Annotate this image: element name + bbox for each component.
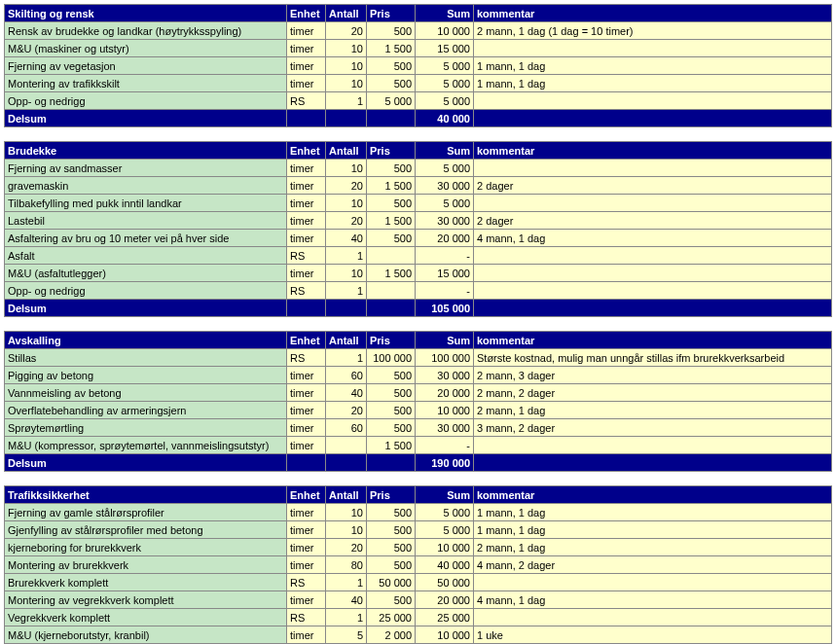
- cell-antall: 10: [326, 160, 367, 177]
- cell-antall: 10: [326, 57, 367, 75]
- delsum-empty: [367, 110, 416, 127]
- col-antall: Antall: [326, 332, 367, 349]
- col-pris: Pris: [367, 486, 416, 504]
- col-enhet: Enhet: [287, 142, 326, 160]
- cell-enhet: timer: [287, 384, 326, 402]
- table-row: Opp- og nedriggRS15 0005 000: [5, 92, 832, 110]
- cost-section-table: Skilting og renskEnhetAntallPrisSumkomme…: [4, 4, 832, 127]
- cell-enhet: timer: [287, 626, 326, 644]
- cell-kommentar: 1 mann, 1 dag: [474, 504, 832, 521]
- cell-kommentar: [474, 574, 832, 591]
- cell-enhet: RS: [287, 282, 326, 300]
- cell-pris: 1 500: [367, 437, 416, 454]
- cell-sum: 15 000: [416, 265, 474, 282]
- table-row: Gjenfylling av stålrørsprofiler med beto…: [5, 521, 832, 539]
- cell-sum: 5 000: [416, 521, 474, 539]
- cell-enhet: timer: [287, 75, 326, 92]
- cell-enhet: RS: [287, 609, 326, 626]
- col-pris: Pris: [367, 142, 416, 160]
- delsum-empty: [287, 300, 326, 317]
- cell-enhet: RS: [287, 247, 326, 265]
- delsum-value: 105 000: [416, 300, 474, 317]
- cell-pris: 500: [367, 367, 416, 384]
- cell-sum: -: [416, 282, 474, 300]
- delsum-label: Delsum: [5, 300, 287, 317]
- col-sum: Sum: [416, 5, 474, 22]
- cell-pris: [367, 282, 416, 300]
- delsum-empty: [326, 300, 367, 317]
- cell-desc: M&U (kjerneborutstyr, kranbil): [5, 626, 287, 644]
- cell-enhet: RS: [287, 349, 326, 367]
- cell-kommentar: 1 uke: [474, 626, 832, 644]
- cost-section-table: AvskallingEnhetAntallPrisSumkommentarSti…: [4, 331, 832, 472]
- section-header-row: BrudekkeEnhetAntallPrisSumkommentar: [5, 142, 832, 160]
- col-antall: Antall: [326, 486, 367, 504]
- cell-antall: 10: [326, 521, 367, 539]
- col-kommentar: kommentar: [474, 142, 832, 160]
- cell-pris: 500: [367, 75, 416, 92]
- cell-pris: 500: [367, 504, 416, 521]
- section-header-row: Skilting og renskEnhetAntallPrisSumkomme…: [5, 5, 832, 22]
- cell-pris: 500: [367, 402, 416, 419]
- cell-sum: 30 000: [416, 212, 474, 230]
- cell-desc: Sprøytemørtling: [5, 419, 287, 437]
- cell-sum: 5 000: [416, 92, 474, 110]
- cell-enhet: timer: [287, 265, 326, 282]
- table-row: Overflatebehandling av armeringsjerntime…: [5, 402, 832, 419]
- cell-pris: 500: [367, 57, 416, 75]
- cell-kommentar: 1 mann, 1 dag: [474, 57, 832, 75]
- col-enhet: Enhet: [287, 5, 326, 22]
- section-header-row: AvskallingEnhetAntallPrisSumkommentar: [5, 332, 832, 349]
- cell-pris: 500: [367, 195, 416, 212]
- cell-kommentar: [474, 609, 832, 626]
- cell-desc: Fjerning av gamle stålrørsprofiler: [5, 504, 287, 521]
- cell-antall: 60: [326, 367, 367, 384]
- cell-desc: Stillas: [5, 349, 287, 367]
- cell-desc: M&U (maskiner og utstyr): [5, 40, 287, 57]
- cell-antall: 1: [326, 282, 367, 300]
- cell-pris: 500: [367, 556, 416, 574]
- cell-enhet: timer: [287, 212, 326, 230]
- cell-enhet: timer: [287, 230, 326, 247]
- cell-sum: 5 000: [416, 160, 474, 177]
- col-antall: Antall: [326, 5, 367, 22]
- cell-antall: 80: [326, 556, 367, 574]
- cell-antall: 10: [326, 75, 367, 92]
- table-row: M&U (kompressor, sprøytemørtel, vannmeis…: [5, 437, 832, 454]
- cell-desc: Asfaltering av bru og 10 meter vei på hv…: [5, 230, 287, 247]
- table-row: Vannmeisling av betongtimer4050020 0002 …: [5, 384, 832, 402]
- cell-enhet: RS: [287, 92, 326, 110]
- cell-desc: Montering av brurekkverk: [5, 556, 287, 574]
- delsum-value: 40 000: [416, 110, 474, 127]
- cell-sum: 10 000: [416, 402, 474, 419]
- cell-desc: Gjenfylling av stålrørsprofiler med beto…: [5, 521, 287, 539]
- cell-kommentar: [474, 92, 832, 110]
- cell-sum: 5 000: [416, 504, 474, 521]
- cell-sum: 20 000: [416, 230, 474, 247]
- table-row: Fjerning av vegetasjontimer105005 0001 m…: [5, 57, 832, 75]
- delsum-row: Delsum190 000: [5, 454, 832, 472]
- cell-sum: 5 000: [416, 57, 474, 75]
- cost-section-table: TrafikksikkerhetEnhetAntallPrisSumkommen…: [4, 485, 832, 644]
- cell-antall: 1: [326, 349, 367, 367]
- cell-pris: 500: [367, 591, 416, 609]
- cell-antall: 1: [326, 247, 367, 265]
- cell-pris: 500: [367, 419, 416, 437]
- table-row: Montering av trafikkskilttimer105005 000…: [5, 75, 832, 92]
- cell-enhet: timer: [287, 367, 326, 384]
- cell-pris: 1 500: [367, 212, 416, 230]
- cell-kommentar: 2 dager: [474, 212, 832, 230]
- cell-enhet: timer: [287, 57, 326, 75]
- cell-kommentar: [474, 247, 832, 265]
- table-row: Brurekkverk komplettRS150 00050 000: [5, 574, 832, 591]
- cell-desc: Rensk av brudekke og landkar (høytrykkss…: [5, 22, 287, 40]
- cell-sum: 25 000: [416, 609, 474, 626]
- cell-sum: 10 000: [416, 22, 474, 40]
- col-pris: Pris: [367, 5, 416, 22]
- cell-kommentar: [474, 40, 832, 57]
- col-kommentar: kommentar: [474, 486, 832, 504]
- table-row: Fjerning av gamle stålrørsprofilertimer1…: [5, 504, 832, 521]
- cell-sum: 20 000: [416, 591, 474, 609]
- cell-pris: 5 000: [367, 92, 416, 110]
- cell-antall: 1: [326, 609, 367, 626]
